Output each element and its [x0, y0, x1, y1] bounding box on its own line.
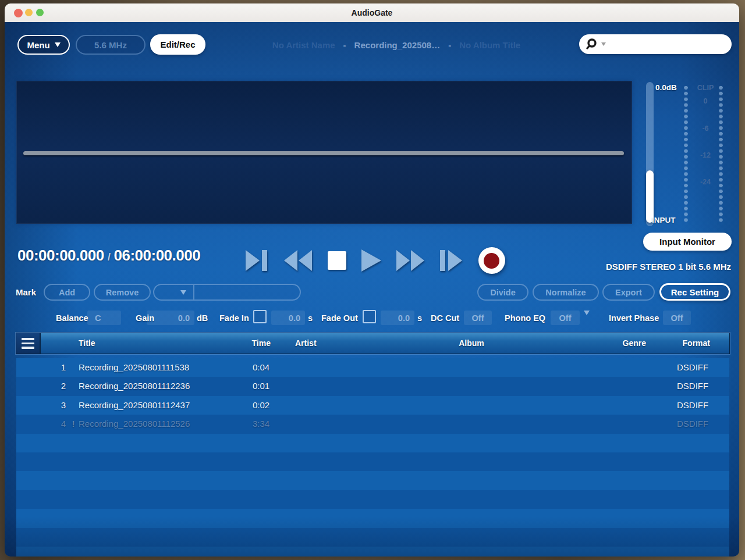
- fast-forward-button[interactable]: [396, 250, 424, 271]
- input-monitor-label: Input Monitor: [659, 237, 715, 247]
- mark-dropdown[interactable]: [154, 285, 194, 299]
- time-display: 00:00:00.000/06:00:00.000: [17, 247, 200, 265]
- column-genre[interactable]: Genre: [594, 333, 646, 354]
- row-number: 3: [40, 396, 66, 415]
- edit-rec-button[interactable]: Edit/Rec: [150, 34, 205, 55]
- play-icon: [361, 249, 381, 272]
- fast-forward-icon: [396, 250, 424, 271]
- table-row[interactable]: 4 ! Recording_20250801112526 3:34 DSDIFF: [16, 415, 729, 433]
- level-meter-right-leds: [718, 85, 723, 223]
- sample-rate-button[interactable]: 5.6 MHz: [76, 35, 146, 55]
- window-title: AudioGate: [5, 3, 739, 22]
- balance-label: Balance: [56, 313, 88, 323]
- divide-label: Divide: [490, 288, 516, 297]
- level-meter-left-leds: [683, 85, 689, 223]
- stop-button[interactable]: [328, 251, 346, 270]
- row-title: Recording_20250801112526: [79, 415, 247, 433]
- stop-icon: [328, 251, 346, 270]
- row-number: 4: [40, 415, 66, 433]
- mark-add-button[interactable]: Add: [44, 284, 90, 301]
- titlebar: AudioGate: [5, 3, 739, 23]
- total-time: 06:00:00.000: [113, 247, 200, 264]
- dc-cut-value[interactable]: Off: [464, 311, 492, 325]
- rewind-button[interactable]: [284, 250, 312, 271]
- balance-field[interactable]: C: [87, 311, 121, 325]
- rec-setting-button[interactable]: Rec Setting: [659, 283, 730, 301]
- column-time[interactable]: Time: [239, 333, 271, 354]
- search-icon: [585, 38, 598, 51]
- waveform-flat-line[interactable]: [23, 151, 624, 155]
- input-fader-thumb[interactable]: [646, 170, 654, 223]
- row-format: DSDIFF: [677, 396, 726, 415]
- recording-format-info: DSDIFF STEREO 1 bit 5.6 MHz: [606, 262, 731, 272]
- album-title-field[interactable]: No Album Title: [459, 40, 520, 50]
- hamburger-icon: [22, 338, 34, 340]
- invert-phase-label: Invert Phase: [609, 313, 659, 323]
- search-scope-chevron-icon[interactable]: [601, 42, 606, 46]
- meter-tick-0: 0: [694, 97, 717, 105]
- meter-tick-neg6: -6: [694, 124, 717, 133]
- column-album[interactable]: Album: [413, 333, 530, 354]
- list-menu-button[interactable]: [16, 333, 40, 354]
- row-title: Recording_20250801111538: [79, 358, 247, 377]
- phono-eq-dropdown[interactable]: [584, 315, 590, 326]
- search-box[interactable]: [579, 34, 732, 54]
- dc-cut-label: DC Cut: [431, 313, 459, 323]
- app-surface: Menu 5.6 MHz Edit/Rec No Artist Name - R…: [5, 22, 739, 557]
- phono-eq-label: Phono EQ: [505, 313, 545, 323]
- record-button[interactable]: [478, 247, 505, 274]
- artist-name-field[interactable]: No Artist Name: [272, 40, 335, 50]
- row-time: 3:34: [253, 415, 288, 433]
- menu-button[interactable]: Menu: [17, 35, 70, 55]
- alert-icon: !: [69, 415, 78, 433]
- gain-field[interactable]: 0.0: [147, 311, 194, 325]
- rec-setting-label: Rec Setting: [671, 287, 719, 297]
- waveform-display[interactable]: [16, 81, 632, 224]
- meter-input-label: INPUT: [652, 216, 676, 224]
- export-label: Export: [615, 288, 642, 297]
- row-number: 2: [40, 377, 66, 395]
- meter-tick-clip: CLIP: [694, 84, 717, 92]
- mark-label: Mark: [16, 287, 36, 297]
- row-number: 1: [40, 358, 66, 377]
- menu-button-label: Menu: [27, 40, 49, 50]
- fade-out-field[interactable]: 0.0: [381, 311, 414, 325]
- step-forward-button[interactable]: [440, 250, 463, 271]
- rewind-icon: [284, 250, 312, 271]
- invert-phase-value[interactable]: Off: [663, 311, 691, 325]
- normalize-button[interactable]: Normalize: [533, 284, 599, 301]
- column-format[interactable]: Format: [659, 333, 710, 354]
- row-time: 0:01: [253, 377, 288, 395]
- row-time: 0:02: [253, 396, 288, 415]
- edit-rec-label: Edit/Rec: [160, 40, 195, 49]
- divide-button[interactable]: Divide: [477, 284, 528, 301]
- search-input[interactable]: [609, 39, 726, 49]
- row-format: DSDIFF: [677, 377, 726, 395]
- separator-dash: -: [343, 40, 346, 50]
- phono-eq-value[interactable]: Off: [551, 311, 580, 325]
- row-title: Recording_20250801112236: [79, 377, 247, 395]
- export-button[interactable]: Export: [602, 284, 655, 301]
- row-format: DSDIFF: [677, 358, 726, 377]
- table-row[interactable]: 2 Recording_20250801112236 0:01 DSDIFF: [16, 377, 729, 395]
- play-button[interactable]: [361, 249, 381, 272]
- fade-in-field[interactable]: 0.0: [271, 311, 305, 325]
- mark-remove-button[interactable]: Remove: [94, 284, 151, 301]
- table-row[interactable]: 1 Recording_20250801111538 0:04 DSDIFF: [16, 358, 729, 377]
- column-title[interactable]: Title: [79, 333, 95, 354]
- fade-out-checkbox[interactable]: [363, 310, 376, 323]
- skip-to-next-button[interactable]: [246, 250, 269, 271]
- table-row[interactable]: 3 Recording_20250801112437 0:02 DSDIFF: [16, 396, 729, 415]
- fade-in-label: Fade In: [219, 313, 249, 323]
- row-format: DSDIFF: [677, 415, 726, 433]
- song-title-field[interactable]: Recording_202508…: [354, 40, 441, 50]
- fade-in-checkbox[interactable]: [253, 310, 267, 323]
- column-artist[interactable]: Artist: [295, 333, 317, 354]
- fade-out-label: Fade Out: [321, 313, 358, 323]
- input-monitor-button[interactable]: Input Monitor: [643, 233, 732, 251]
- step-forward-icon: [440, 250, 463, 271]
- mark-remove-label: Remove: [106, 288, 139, 297]
- phono-eq-chevron-icon: [584, 311, 590, 325]
- mark-name-input[interactable]: [194, 284, 300, 300]
- current-time: 00:00:00.000: [17, 247, 104, 264]
